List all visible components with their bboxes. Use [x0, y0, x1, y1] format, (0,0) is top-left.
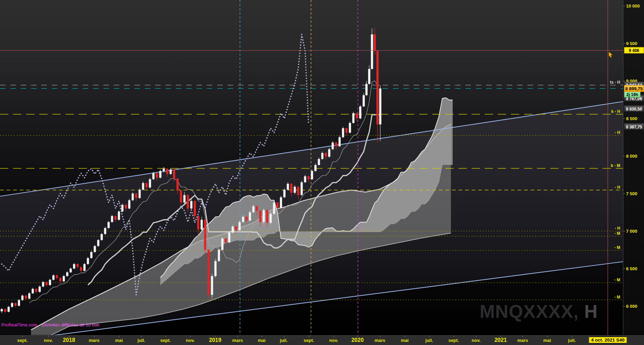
price-tick — [623, 43, 625, 44]
provider-name: ProRealTime.com — [1, 322, 37, 327]
time-tick — [190, 336, 191, 337]
time-tick — [429, 336, 430, 337]
price-tick — [623, 306, 625, 306]
trading-app-window: ts - Hk - H- Hk - M- H- H- M- M- M- M MN… — [0, 0, 644, 345]
low-value-chip: 8 387,75 — [624, 124, 644, 130]
level-label: - H — [615, 130, 620, 135]
cursor-price-chip: 9 406 — [624, 47, 644, 54]
mouse-cursor-icon — [609, 52, 613, 58]
time-axis-label: juil. — [425, 338, 433, 343]
time-tick — [284, 336, 284, 337]
time-axis-label: nov. — [329, 338, 338, 343]
time-axis[interactable]: sept.nov.2018marsmaijuil.sept.nov.2019ma… — [0, 335, 644, 345]
time-axis-label: sept. — [160, 338, 171, 343]
level-label: - H — [615, 226, 620, 231]
watermark-symbol: MNQXXXX, — [480, 301, 579, 322]
time-axis-label: sept. — [17, 338, 28, 343]
price-tick — [623, 118, 625, 119]
price-tick — [623, 81, 625, 81]
time-axis-label: mars — [374, 338, 385, 343]
time-axis-label: juil. — [280, 338, 288, 343]
price-axis-label: 7 500 — [626, 191, 637, 196]
time-axis-label: mars — [517, 338, 528, 343]
chart-area[interactable]: ts - Hk - H- Hk - M- H- H- M- M- M- M MN… — [0, 0, 623, 335]
level-label: - H — [615, 185, 620, 190]
price-axis-label: 6 000 — [626, 304, 637, 309]
price-axis-label: 6 500 — [626, 266, 637, 271]
time-tick — [48, 336, 49, 337]
time-axis-label: mars — [89, 338, 99, 343]
time-tick — [380, 336, 380, 337]
time-tick — [119, 336, 119, 337]
time-axis-label: mai — [401, 338, 409, 343]
time-axis-label: 2018 — [63, 337, 75, 343]
time-tick — [238, 336, 238, 337]
time-axis-label: juil. — [138, 338, 145, 343]
time-tick — [523, 336, 523, 337]
price-tick — [623, 194, 625, 194]
time-tick — [454, 336, 454, 337]
last-price-chip: 8 899,75 — [624, 85, 644, 92]
cursor-date-chip: 4 oct. 2021 S40 — [589, 337, 627, 343]
price-axis-label: 9 500 — [626, 41, 637, 46]
time-tick — [22, 336, 23, 337]
level-label: k - M — [611, 163, 620, 168]
time-axis-label: mai — [258, 338, 265, 343]
time-axis-label: mai — [115, 338, 123, 343]
time-tick — [165, 336, 166, 337]
time-axis-label: 2021 — [494, 337, 507, 343]
level-label: - M — [614, 245, 620, 250]
time-axis-label: nov. — [186, 338, 195, 343]
countdown-chip: 2j 19h — [624, 91, 641, 98]
price-axis[interactable]: 10 0009 5009 0008 5008 0007 5007 0006 50… — [623, 0, 644, 335]
level-label: - M — [614, 278, 620, 283]
time-tick — [141, 336, 142, 337]
time-tick — [262, 336, 262, 337]
level-label: - M — [614, 295, 620, 300]
time-axis-label: 2019 — [209, 337, 221, 343]
time-axis-label: 2020 — [351, 337, 364, 343]
price-tick — [623, 6, 625, 6]
time-axis-label: nov. — [472, 338, 481, 343]
time-axis-label: nov. — [44, 338, 53, 343]
price-axis-label: 8 500 — [626, 116, 637, 121]
price-tick — [623, 231, 625, 231]
price-axis-label: 7 000 — [626, 229, 637, 234]
time-tick — [334, 336, 334, 337]
time-axis-label: sept. — [449, 338, 459, 343]
price-axis-label: 10 000 — [626, 3, 640, 9]
price-axis-label: 8 000 — [626, 154, 637, 159]
time-axis-label: juil. — [568, 338, 576, 343]
provider-notice: ProRealTime.comDonnées différées de 10 m… — [1, 322, 99, 327]
time-axis-label: mars — [232, 338, 243, 343]
time-tick — [476, 336, 476, 337]
level-label: ts - H — [610, 80, 620, 85]
price-tick — [623, 156, 625, 156]
price-tick — [623, 269, 625, 269]
time-tick — [94, 336, 94, 337]
kijun-value-chip: 8 630,50 — [624, 106, 644, 112]
level-label: - M — [614, 231, 620, 236]
level-label: k - H — [611, 109, 620, 114]
time-axis-label: mai — [543, 338, 551, 343]
time-tick — [572, 336, 572, 337]
data-delay-notice: Données différées de 10 min — [42, 322, 99, 327]
time-tick — [547, 336, 547, 337]
time-tick — [309, 336, 309, 337]
time-axis-label: sept. — [304, 338, 314, 343]
chart-canvas[interactable] — [0, 0, 623, 335]
watermark-timeframe: H — [579, 301, 598, 322]
symbol-watermark: MNQXXXX, H — [480, 301, 598, 322]
time-tick — [405, 336, 405, 337]
